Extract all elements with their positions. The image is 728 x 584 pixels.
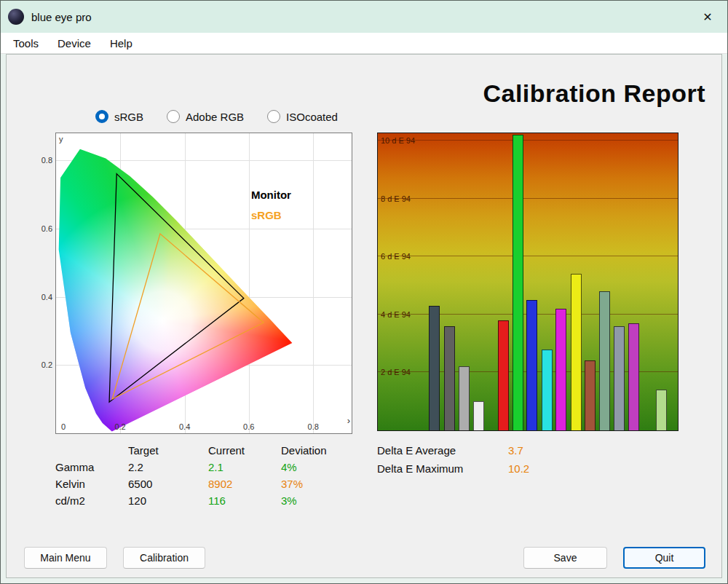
calibration-button[interactable]: Calibration: [123, 547, 205, 569]
delta-e-maximum-row: Delta E Maximum 10.2: [377, 462, 529, 475]
x-tick: 0.4: [179, 422, 190, 431]
row-label-gamma: Gamma: [55, 461, 128, 473]
delta-e-average-value: 3.7: [508, 444, 523, 457]
delta-e-bar: [555, 309, 566, 430]
profile-radio-group: sRGB Adobe RGB ISOcoated: [95, 110, 338, 123]
chart-gridline: [378, 140, 678, 141]
delta-e-maximum-label: Delta E Maximum: [377, 462, 508, 475]
luminance-current: 116: [208, 494, 281, 507]
quit-button[interactable]: Quit: [623, 547, 705, 569]
radio-unselected-icon: [167, 110, 180, 123]
chart-gridline-label: 4 d E 94: [381, 310, 411, 319]
delta-e-bar: [498, 320, 509, 430]
radio-srgb[interactable]: sRGB: [95, 110, 143, 123]
delta-e-bar: [628, 323, 639, 430]
chart-gridline-label: 8 d E 94: [381, 194, 411, 203]
col-header-target: Target: [128, 444, 208, 457]
app-icon: [8, 9, 24, 25]
chart-gridline-label: 6 d E 94: [381, 252, 411, 261]
delta-e-bar: [473, 401, 484, 430]
window-title: blue eye pro: [31, 11, 92, 23]
delta-e-maximum-value: 10.2: [508, 462, 529, 475]
radio-adobe-rgb-label: Adobe RGB: [186, 111, 244, 123]
delta-e-bar: [599, 291, 610, 430]
y-tick: 0.8: [41, 156, 52, 165]
y-tick: 0.6: [41, 224, 52, 233]
row-label-kelvin: Kelvin: [55, 478, 128, 490]
radio-adobe-rgb[interactable]: Adobe RGB: [167, 110, 244, 123]
chart-gridline-label: 10 d E 94: [381, 136, 415, 145]
y-axis-label: y: [59, 135, 63, 143]
y-tick: 0.4: [41, 293, 52, 301]
radio-unselected-icon: [267, 110, 280, 123]
luminance-deviation: 3%: [281, 494, 368, 507]
delta-e-bar: [459, 366, 470, 430]
kelvin-target: 6500: [128, 478, 208, 490]
delta-e-bar: [614, 326, 625, 430]
gamma-deviation: 4%: [281, 461, 368, 473]
menu-device[interactable]: Device: [48, 34, 100, 52]
delta-e-bar: [513, 135, 523, 430]
delta-e-bar: [542, 350, 553, 430]
srgb-legend-label: sRGB: [251, 209, 282, 221]
delta-e-bar: [429, 306, 440, 430]
radio-isocoated[interactable]: ISOcoated: [267, 110, 338, 123]
measurement-table: Target Current Deviation Gamma 2.2 2.1 4…: [55, 444, 368, 507]
chromaticity-diagram: y › 0 0.2 0.4 0.6 0.8 0.8 0.6 0.4 0.2 Mo…: [55, 133, 352, 434]
radio-selected-icon: [95, 110, 108, 123]
col-header-current: Current: [208, 444, 281, 457]
kelvin-current: 8902: [208, 478, 281, 490]
radio-isocoated-label: ISOcoated: [286, 111, 338, 123]
delta-e-average-label: Delta E Average: [377, 444, 508, 457]
delta-e-average-row: Delta E Average 3.7: [377, 444, 523, 457]
chart-gridline: [378, 198, 678, 199]
delta-e-bar: [571, 274, 582, 430]
delta-e-bar: [444, 326, 455, 430]
chart-gridline-label: 2 d E 94: [381, 368, 411, 376]
delta-e-chart-bars: 2 d E 944 d E 946 d E 948 d E 9410 d E 9…: [377, 133, 678, 431]
delta-e-bar: [656, 390, 667, 430]
kelvin-deviation: 37%: [281, 478, 368, 490]
table-corner: [55, 444, 128, 457]
menu-tools[interactable]: Tools: [4, 34, 48, 52]
col-header-deviation: Deviation: [281, 444, 368, 457]
title-bar: blue eye pro ✕: [1, 1, 727, 33]
radio-srgb-label: sRGB: [114, 111, 143, 123]
main-content: Calibration Report sRGB Adobe RGB ISOcoa…: [6, 54, 722, 578]
menu-help[interactable]: Help: [100, 34, 142, 52]
delta-e-bar: [585, 360, 596, 430]
gamma-current: 2.1: [208, 461, 281, 473]
x-tick: 0.6: [243, 422, 254, 431]
save-button[interactable]: Save: [523, 547, 607, 569]
app-window: blue eye pro ✕ Tools Device Help Calibra…: [0, 0, 728, 584]
x-axis-arrow-icon: ›: [347, 415, 350, 426]
menu-bar: Tools Device Help: [1, 33, 727, 54]
page-title: Calibration Report: [483, 79, 705, 108]
x-tick: 0: [61, 422, 66, 431]
monitor-legend-label: Monitor: [251, 189, 291, 201]
row-label-luminance: cd/m2: [55, 494, 128, 507]
close-icon[interactable]: ✕: [695, 10, 720, 24]
chart-gridline: [378, 256, 678, 256]
x-tick: 0.8: [308, 422, 319, 431]
delta-e-bar: [526, 300, 537, 430]
gamma-target: 2.2: [128, 461, 208, 473]
luminance-target: 120: [128, 494, 208, 507]
y-tick: 0.2: [41, 360, 52, 369]
srgb-gamut-triangle: [112, 234, 264, 399]
x-tick: 0.2: [114, 422, 125, 431]
gamut-triangles: [56, 133, 352, 433]
main-menu-button[interactable]: Main Menu: [24, 547, 107, 569]
